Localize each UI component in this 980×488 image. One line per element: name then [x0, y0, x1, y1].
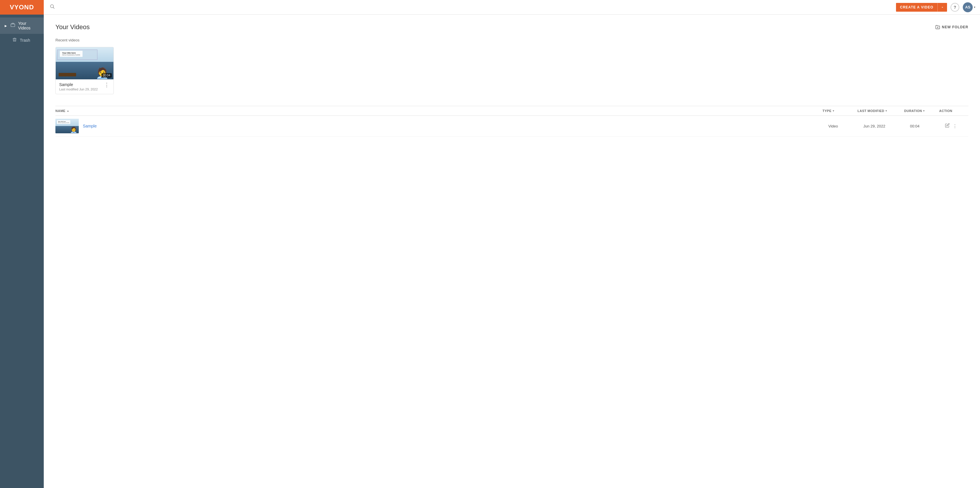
main-content: Your Videos NEW FOLDER Recent videos: [44, 14, 980, 488]
col-header-duration[interactable]: DURATION ▾: [904, 109, 939, 113]
table-section: NAME ▲ TYPE ▾ LAST MODIFIED ▾ DURATION ▾…: [56, 106, 968, 137]
search-icon[interactable]: [49, 4, 55, 11]
logo[interactable]: VYOND: [0, 0, 44, 14]
video-card-sample[interactable]: Your title here Add an Explanatory Subti…: [56, 47, 114, 94]
edit-button[interactable]: [945, 123, 950, 129]
sidebar-item-label-trash: Trash: [20, 38, 30, 43]
svg-point-0: [51, 5, 54, 8]
main-layout: ▶ Your Videos Trash: [0, 14, 980, 488]
sort-icon-name: ▲: [67, 110, 69, 112]
table-thumb-character: 🧑‍💼: [70, 126, 77, 133]
video-card-more-button[interactable]: ⋮: [103, 82, 110, 87]
col-header-type[interactable]: TYPE ▾: [822, 109, 858, 113]
col-header-action: ACTION: [939, 109, 963, 113]
sort-icon-duration: ▾: [923, 110, 925, 112]
sidebar: ▶ Your Videos Trash: [0, 14, 44, 488]
create-video-button[interactable]: CREATE A VIDEO: [896, 3, 938, 12]
trash-icon: [12, 37, 17, 43]
sort-icon-type: ▾: [833, 110, 834, 112]
avatar-chevron-icon: ▾: [974, 6, 975, 9]
create-video-button-wrapper: CREATE A VIDEO: [896, 3, 947, 12]
table-row-more-button[interactable]: ⋮: [953, 123, 957, 129]
table-cell-name: Your title here Add and explanatory Subt…: [56, 119, 828, 133]
sidebar-item-label-your-videos: Your Videos: [18, 21, 39, 30]
video-card-name: Sample: [59, 82, 98, 87]
duration-badge: 00:04: [102, 73, 112, 78]
video-folder-icon: [11, 23, 15, 29]
search-area: [44, 4, 896, 11]
new-folder-button[interactable]: NEW FOLDER: [935, 25, 968, 29]
logo-text: VYOND: [10, 3, 34, 11]
video-card-details: Sample Last modified Jun 29, 2022: [59, 82, 98, 91]
table-cell-modified: Jun 29, 2022: [863, 124, 910, 128]
col-header-name[interactable]: NAME ▲: [56, 109, 822, 113]
recent-videos-grid: Your title here Add an Explanatory Subti…: [56, 47, 968, 94]
col-header-last-modified[interactable]: LAST MODIFIED ▾: [858, 109, 904, 113]
sidebar-item-your-videos[interactable]: ▶ Your Videos: [0, 17, 44, 34]
video-card-info: Sample Last modified Jun 29, 2022 ⋮: [56, 79, 113, 94]
sort-icon-modified: ▾: [886, 110, 887, 112]
recent-videos-label: Recent videos: [56, 38, 968, 42]
thumb-title: Your title here: [62, 52, 80, 54]
video-thumbnail-sample: Your title here Add an Explanatory Subti…: [56, 47, 113, 79]
nav-right: CREATE A VIDEO ? AS ▾: [896, 2, 980, 12]
table-video-name[interactable]: Sample: [83, 124, 97, 128]
video-card-date: Last modified Jun 29, 2022: [59, 87, 98, 91]
thumb-subtitle: Add an Explanatory Subtitle: [62, 54, 80, 56]
table-row: Your title here Add and explanatory Subt…: [56, 116, 968, 137]
avatar-wrapper[interactable]: AS ▾: [963, 2, 975, 12]
table-thumbnail: Your title here Add and explanatory Subt…: [56, 119, 79, 133]
table-cell-actions: ⋮: [945, 123, 968, 129]
svg-line-1: [53, 7, 54, 8]
page-header: Your Videos NEW FOLDER: [56, 23, 968, 31]
new-folder-label: NEW FOLDER: [942, 25, 968, 29]
page-title: Your Videos: [56, 23, 89, 31]
sidebar-item-trash[interactable]: Trash: [0, 34, 44, 47]
table-cell-duration: 00:04: [910, 124, 945, 128]
create-video-dropdown[interactable]: [938, 3, 947, 12]
table-header: NAME ▲ TYPE ▾ LAST MODIFIED ▾ DURATION ▾…: [56, 106, 968, 116]
avatar[interactable]: AS: [963, 2, 973, 12]
help-button[interactable]: ?: [951, 3, 959, 12]
table-cell-type: Video: [828, 124, 863, 128]
sidebar-chevron-icon: ▶: [5, 24, 7, 27]
svg-rect-2: [11, 24, 14, 27]
